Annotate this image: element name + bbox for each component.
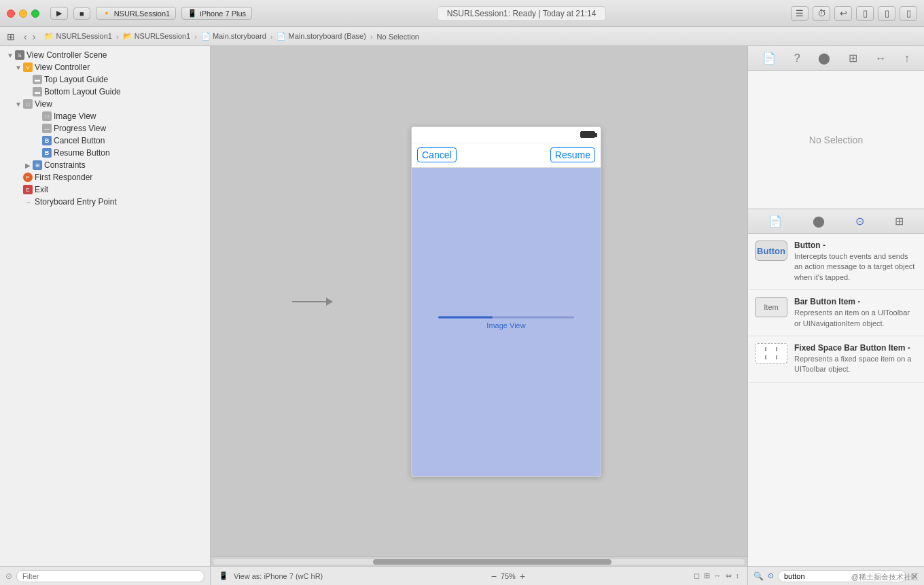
fixed-space-library-desc: Represents a fixed space item on a UIToo…: [794, 354, 917, 375]
disclosure-view[interactable]: ▼: [14, 101, 23, 108]
progress-view-label: Progress View: [54, 124, 106, 133]
tree-item-view[interactable]: ▼ □ View: [0, 98, 210, 110]
stop-button[interactable]: ■: [73, 7, 90, 20]
bar-button-library-title: Bar Button Item -: [794, 297, 917, 306]
zoom-level: 75%: [501, 572, 516, 580]
view-icon-2[interactable]: ⊞: [704, 571, 710, 580]
scrollbar-thumb[interactable]: [373, 559, 612, 565]
bar-button-library-text: Bar Button Item - Represents an item on …: [794, 297, 917, 329]
zoom-out-button[interactable]: −: [491, 571, 497, 582]
tree-item-vc[interactable]: ▼ V View Controller: [0, 61, 210, 73]
tree-item-entry-point[interactable]: → Storyboard Entry Point: [0, 196, 210, 208]
view-device-icon: 📱: [219, 571, 228, 580]
layout-right-icon[interactable]: ▯: [900, 6, 917, 21]
connections-inspector-icon[interactable]: ↑: [900, 51, 914, 66]
bar-button-library-desc: Represents an item on a UIToolbar or UIN…: [794, 308, 917, 329]
nav-back-arrow[interactable]: ‹: [22, 31, 29, 42]
attributes-inspector-icon[interactable]: ⊞: [845, 50, 861, 66]
top-layout-icon: ▬: [33, 75, 42, 84]
tree-item-cancel-btn[interactable]: B Cancel Button: [0, 135, 210, 147]
button-library-text: Button - Intercepts touch events and sen…: [794, 241, 917, 283]
close-button[interactable]: [7, 10, 15, 18]
iphone-content: Image View: [412, 168, 601, 477]
view-icon-5[interactable]: ↕: [736, 571, 740, 580]
xcode-icon: 📁: [44, 32, 54, 40]
navigator-toggle-icon[interactable]: ⊞: [7, 31, 15, 42]
constraints-label: Constraints: [44, 160, 86, 170]
navigator-filter: ⊙: [0, 566, 210, 585]
breadcrumb-nsurl2[interactable]: 📂 NSURLSession1: [123, 32, 191, 41]
breadcrumb-no-selection[interactable]: No Selection: [377, 33, 419, 41]
tree-item-constraints[interactable]: ▶ ⊞ Constraints: [0, 159, 210, 171]
arrow-head: [326, 298, 333, 306]
library-item-fixed-space[interactable]: Fixed Space Bar Button Item - Represents…: [748, 336, 924, 383]
maximize-button[interactable]: [31, 10, 39, 18]
minimize-button[interactable]: [19, 10, 27, 18]
disclosure-vc[interactable]: ▼: [14, 64, 23, 71]
layout-left-icon[interactable]: ▯: [856, 6, 874, 21]
scrollbar-track[interactable]: [213, 559, 745, 565]
identity-inspector-icon[interactable]: ⬤: [814, 50, 834, 66]
layout-center-icon[interactable]: ▯: [878, 6, 895, 21]
tree-item-first-responder[interactable]: F First Responder: [0, 171, 210, 183]
view-icon-4[interactable]: ⇔: [726, 571, 732, 580]
tree-item-image-view[interactable]: □ Image View: [0, 110, 210, 122]
tree-item-resume-btn[interactable]: B Resume Button: [0, 147, 210, 159]
progress-bar-container: Image View: [438, 316, 574, 329]
first-responder-icon: F: [23, 173, 33, 182]
panel-toggle-icon[interactable]: ☰: [791, 6, 808, 21]
lib-object-icon[interactable]: ⊙: [851, 213, 868, 229]
library-item-button[interactable]: Button Button - Intercepts touch events …: [748, 234, 924, 290]
library-item-bar-button[interactable]: Item Bar Button Item - Represents an ite…: [748, 290, 924, 336]
tree-item-exit[interactable]: E Exit: [0, 183, 210, 196]
resume-button[interactable]: Resume: [550, 147, 595, 162]
cancel-button[interactable]: Cancel: [417, 147, 457, 162]
storyboard-icon: 📄: [201, 32, 211, 40]
breadcrumb-main-storyboard-base[interactable]: 📄 Main.storyboard (Base): [277, 32, 366, 41]
back-icon[interactable]: ↩: [834, 6, 852, 21]
file-inspector-icon[interactable]: 📄: [758, 50, 780, 66]
progress-label: Image View: [438, 321, 574, 329]
disclosure-constraints[interactable]: ▶: [23, 162, 33, 169]
inspector-top: 📄 ? ⬤ ⊞ ↔ ↑ No Selection: [748, 46, 924, 209]
help-inspector-icon[interactable]: ?: [790, 51, 804, 66]
top-layout-label: Top Layout Guide: [44, 75, 108, 84]
lib-snippet-icon[interactable]: ⊞: [891, 213, 908, 229]
size-inspector-icon[interactable]: ↔: [871, 51, 890, 66]
zoom-in-button[interactable]: +: [520, 571, 525, 582]
app-scheme[interactable]: 🔸 NSURLSession1: [96, 7, 177, 20]
filter-input[interactable]: [16, 570, 205, 582]
inspector-toolbar: 📄 ? ⬤ ⊞ ↔ ↑: [748, 46, 924, 71]
canvas-content[interactable]: Cancel Resume Image View: [211, 46, 747, 556]
profiler-icon[interactable]: ⏱: [813, 6, 830, 21]
navigator-panel: ▼ S View Controller Scene ▼ V View Contr…: [0, 46, 211, 585]
lib-file-icon[interactable]: 📄: [764, 213, 786, 229]
device-selector[interactable]: 📱 iPhone 7 Plus: [181, 7, 252, 20]
view-icon-3[interactable]: ↔: [714, 571, 722, 580]
breadcrumb-nsurl1[interactable]: 📁 NSURLSession1: [44, 32, 112, 41]
view-icon-1[interactable]: ◻: [694, 571, 700, 580]
lib-media-icon[interactable]: ⬤: [808, 213, 829, 229]
progress-view-icon: —: [42, 124, 52, 133]
run-button[interactable]: ▶: [50, 7, 68, 20]
vc-scene-label: View Controller Scene: [26, 50, 107, 60]
vc-label: View Controller: [35, 63, 90, 72]
button-library-icon: Button: [755, 241, 787, 261]
tree-item-bottom-layout[interactable]: ▬ Bottom Layout Guide: [0, 86, 210, 98]
breadcrumb-main-storyboard[interactable]: 📄 Main.storyboard: [201, 32, 266, 41]
library-panel: 📄 ⬤ ⊙ ⊞ Button Button - Intercepts touch…: [748, 209, 924, 566]
entry-point-icon: →: [23, 197, 33, 207]
view-label: View: [35, 99, 52, 109]
tree-item-progress-view[interactable]: — Progress View: [0, 122, 210, 135]
nav-arrows: ‹ ›: [22, 31, 37, 42]
traffic-lights: [7, 10, 39, 18]
bottom-layout-icon: ▬: [33, 87, 42, 96]
tree-item-vc-scene[interactable]: ▼ S View Controller Scene: [0, 49, 210, 61]
iphone-nav-bar: Cancel Resume: [412, 143, 601, 168]
tree-item-top-layout[interactable]: ▬ Top Layout Guide: [0, 73, 210, 86]
nav-forward-arrow[interactable]: ›: [31, 31, 38, 42]
disclosure-vc-scene[interactable]: ▼: [5, 52, 15, 59]
library-toolbar: 📄 ⬤ ⊙ ⊞: [748, 209, 924, 234]
view-as-label: View as: iPhone 7 (wC hR): [234, 572, 323, 580]
storyboard-base-icon: 📄: [277, 32, 286, 40]
